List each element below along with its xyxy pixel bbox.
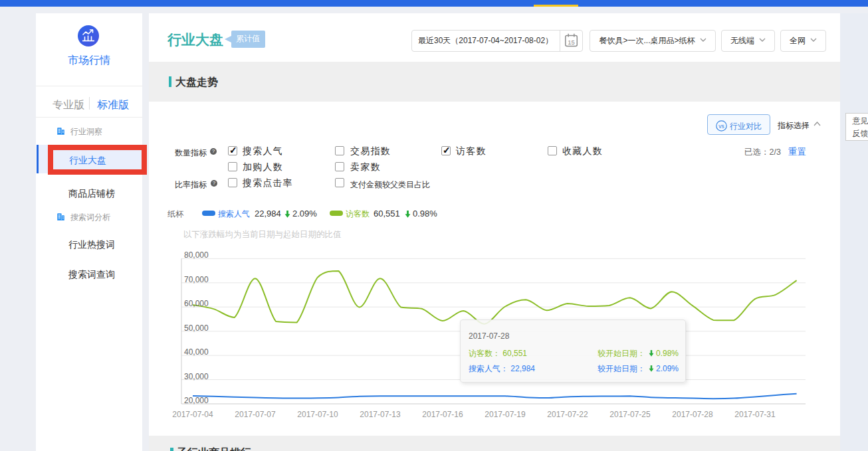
svg-text:15: 15 [568, 39, 575, 46]
svg-text:vs: vs [718, 123, 724, 130]
